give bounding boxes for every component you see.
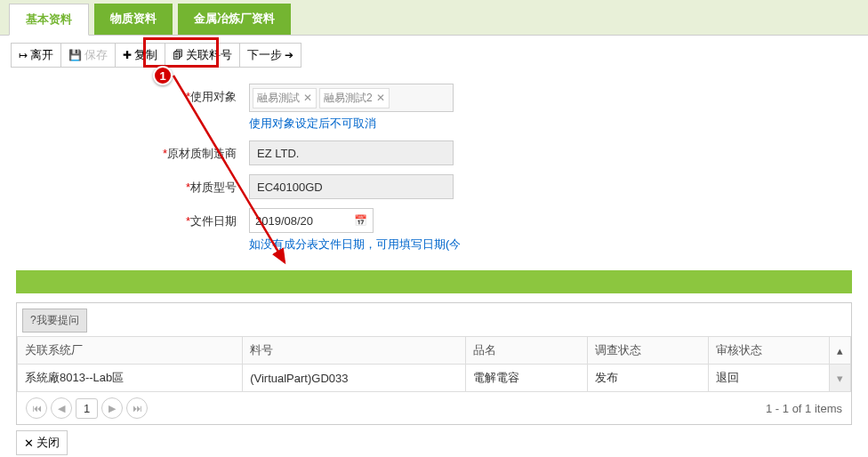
table-row[interactable]: 系統廠8013--Lab區 (VirtualPart)GD033 電解電容 发布… bbox=[18, 365, 851, 392]
next-button[interactable]: 下一步➔ bbox=[240, 43, 301, 68]
tag-item: 融易測試2 ✕ bbox=[319, 88, 390, 108]
pager-page-input[interactable]: 1 bbox=[76, 398, 98, 419]
tag-remove-icon[interactable]: ✕ bbox=[303, 92, 312, 104]
tag-item: 融易測試 ✕ bbox=[253, 88, 317, 108]
col-survey[interactable]: 调查状态 bbox=[587, 337, 708, 365]
pager-next-button[interactable]: ▶ bbox=[101, 397, 123, 419]
copy-button[interactable]: ✚复制 bbox=[116, 43, 165, 68]
mfr-label: *原材质制造商 bbox=[18, 140, 249, 162]
close-button[interactable]: ✕关闭 bbox=[16, 430, 68, 455]
col-audit[interactable]: 审核状态 bbox=[708, 337, 829, 365]
model-label: *材质型号 bbox=[18, 174, 249, 196]
tab-material[interactable]: 物质资料 bbox=[94, 4, 173, 35]
scroll-up-icon[interactable]: ▴ bbox=[830, 337, 851, 365]
mfr-input: EZ LTD. bbox=[249, 140, 454, 165]
tab-strip: 基本资料 物质资料 金属冶炼厂资料 bbox=[0, 0, 868, 36]
tag-remove-icon[interactable]: ✕ bbox=[376, 92, 385, 104]
toolbar: ↦离开 💾保存 ✚复制 🗐关联料号 下一步➔ 1 bbox=[0, 36, 868, 75]
linked-parts-table: 关联系统厂 料号 品名 调查状态 审核状态 ▴ 系統廠8013--Lab區 (V… bbox=[17, 336, 851, 392]
annotation-callout-1: 1 bbox=[153, 66, 173, 85]
pager-summary: 1 - 1 of 1 items bbox=[766, 402, 842, 415]
tab-smelter[interactable]: 金属冶炼厂资料 bbox=[178, 4, 291, 35]
tab-basic[interactable]: 基本资料 bbox=[9, 4, 89, 36]
section-divider bbox=[16, 270, 852, 293]
model-input: EC40100GD bbox=[249, 174, 454, 199]
lower-pane: ?我要提问 关联系统厂 料号 品名 调查状态 审核状态 ▴ 系統廠8013--L… bbox=[16, 302, 852, 425]
exit-icon: ↦ bbox=[19, 49, 28, 61]
calendar-icon[interactable]: 📅 bbox=[354, 214, 367, 227]
use-target-label: *使用对象 bbox=[18, 84, 249, 105]
form-area: *使用对象 融易測試 ✕ 融易測試2 ✕ 使用对象设定后不可取消 *原材质制造商… bbox=[0, 75, 868, 270]
ask-question-button[interactable]: ?我要提问 bbox=[22, 309, 87, 333]
pager-prev-button[interactable]: ◀ bbox=[51, 397, 72, 419]
plus-icon: ✚ bbox=[123, 49, 132, 61]
scroll-down-icon[interactable]: ▾ bbox=[830, 365, 851, 392]
pager-last-button[interactable]: ⏭ bbox=[126, 397, 148, 419]
pager: ⏮ ◀ 1 ▶ ⏭ 1 - 1 of 1 items bbox=[17, 392, 851, 424]
col-factory[interactable]: 关联系统厂 bbox=[18, 337, 243, 365]
save-icon: 💾 bbox=[68, 49, 82, 61]
link-part-button[interactable]: 🗐关联料号 bbox=[165, 43, 240, 68]
doc-date-label: *文件日期 bbox=[18, 208, 249, 229]
leave-button[interactable]: ↦离开 bbox=[11, 43, 61, 68]
close-icon: ✕ bbox=[24, 437, 34, 450]
use-target-hint: 使用对象设定后不可取消 bbox=[249, 116, 454, 132]
use-target-input[interactable]: 融易測試 ✕ 融易測試2 ✕ bbox=[249, 84, 454, 112]
col-partno[interactable]: 料号 bbox=[243, 337, 466, 365]
document-icon: 🗐 bbox=[173, 49, 183, 61]
doc-date-input[interactable]: 2019/08/20 📅 bbox=[249, 208, 374, 233]
doc-date-hint: 如没有成分表文件日期，可用填写日期(今 bbox=[249, 237, 461, 253]
pager-first-button[interactable]: ⏮ bbox=[26, 397, 47, 419]
col-name[interactable]: 品名 bbox=[466, 337, 587, 365]
save-button[interactable]: 💾保存 bbox=[61, 43, 116, 68]
arrow-right-icon: ➔ bbox=[285, 49, 293, 61]
